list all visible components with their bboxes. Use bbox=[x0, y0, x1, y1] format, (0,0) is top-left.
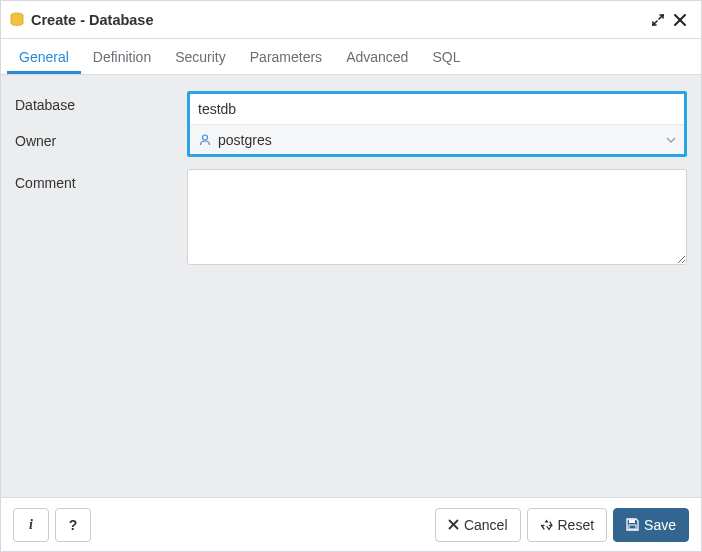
tab-sql[interactable]: SQL bbox=[420, 41, 472, 74]
tab-general[interactable]: General bbox=[7, 41, 81, 74]
save-label: Save bbox=[644, 517, 676, 533]
dialog-tabs: General Definition Security Parameters A… bbox=[1, 39, 701, 75]
info-button[interactable]: i bbox=[13, 508, 49, 542]
dialog-footer: i ? Cancel Reset Save bbox=[1, 497, 701, 551]
dialog-body: Database postgres O bbox=[1, 75, 701, 497]
database-icon bbox=[9, 12, 25, 28]
label-database: Database bbox=[15, 91, 187, 157]
dialog-header: Create - Database bbox=[1, 1, 701, 39]
svg-rect-2 bbox=[629, 520, 635, 524]
reset-button[interactable]: Reset bbox=[527, 508, 608, 542]
info-icon: i bbox=[29, 517, 33, 533]
create-database-dialog: Create - Database General Definition Sec… bbox=[0, 0, 702, 552]
cancel-button[interactable]: Cancel bbox=[435, 508, 521, 542]
label-comment: Comment bbox=[15, 169, 187, 268]
recycle-icon bbox=[540, 518, 553, 531]
help-icon: ? bbox=[69, 517, 78, 533]
dialog-title: Create - Database bbox=[31, 12, 154, 28]
svg-point-1 bbox=[203, 135, 208, 140]
tab-definition[interactable]: Definition bbox=[81, 41, 163, 74]
x-icon bbox=[448, 519, 459, 530]
expand-icon bbox=[651, 13, 665, 27]
close-button[interactable] bbox=[669, 9, 691, 31]
expand-button[interactable] bbox=[647, 9, 669, 31]
cancel-label: Cancel bbox=[464, 517, 508, 533]
row-database: Database postgres bbox=[15, 91, 687, 157]
tab-security[interactable]: Security bbox=[163, 41, 238, 74]
tab-parameters[interactable]: Parameters bbox=[238, 41, 334, 74]
save-icon bbox=[626, 518, 639, 531]
svg-rect-3 bbox=[629, 525, 636, 529]
user-icon bbox=[198, 133, 212, 147]
owner-select[interactable]: postgres bbox=[190, 124, 684, 154]
database-owner-highlight: postgres bbox=[187, 91, 687, 157]
close-icon bbox=[673, 13, 687, 27]
tab-advanced[interactable]: Advanced bbox=[334, 41, 420, 74]
comment-textarea[interactable] bbox=[187, 169, 687, 265]
reset-label: Reset bbox=[558, 517, 595, 533]
help-button[interactable]: ? bbox=[55, 508, 91, 542]
save-button[interactable]: Save bbox=[613, 508, 689, 542]
owner-value: postgres bbox=[218, 132, 666, 148]
caret-down-icon bbox=[666, 132, 676, 148]
database-input[interactable] bbox=[190, 94, 684, 124]
row-comment: Comment bbox=[15, 169, 687, 268]
